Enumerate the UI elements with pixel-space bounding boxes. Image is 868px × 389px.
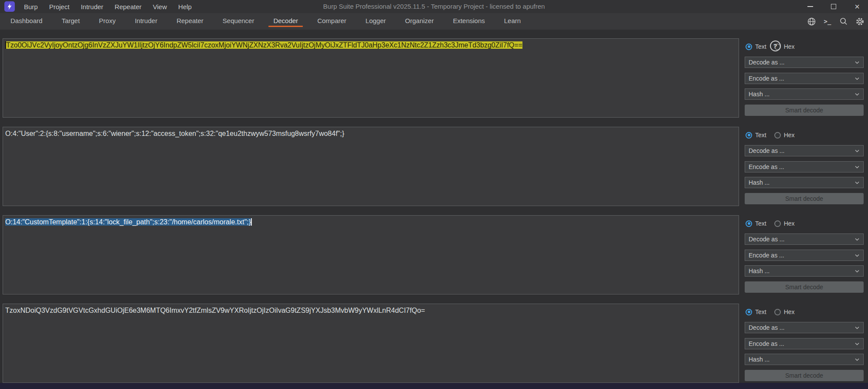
text-radio[interactable]: [746, 220, 752, 227]
menu-view[interactable]: View: [148, 3, 172, 10]
hash-dropdown[interactable]: Hash ...: [745, 354, 864, 365]
decoder-text-area[interactable]: O:14:"CustomTemplate":1:{s:14:"lock_file…: [3, 215, 739, 294]
toolbar-icons: >_: [807, 13, 865, 30]
tab-intruder[interactable]: Intruder: [125, 13, 167, 30]
tab-target[interactable]: Target: [52, 13, 89, 30]
menu-burp[interactable]: Burp: [19, 3, 43, 10]
chevron-down-icon: [854, 61, 860, 64]
text-radio-label: Text: [755, 132, 766, 139]
tab-proxy[interactable]: Proxy: [89, 13, 125, 30]
smart-decode-button[interactable]: Smart decode: [745, 281, 864, 293]
chevron-down-icon: [854, 77, 860, 81]
close-button[interactable]: ×: [851, 1, 864, 12]
text-radio[interactable]: [746, 44, 752, 50]
decode-as-dropdown[interactable]: Decode as ...: [745, 233, 864, 245]
hex-radio-label: Hex: [784, 308, 795, 315]
globe-icon[interactable]: [807, 17, 816, 26]
terminal-icon[interactable]: >_: [823, 17, 832, 26]
maximize-icon: [831, 4, 836, 9]
radio-dot: [748, 134, 750, 136]
encode-as-label: Encode as ...: [749, 163, 784, 170]
decoder-text-area[interactable]: Tzo0OiJVc2VyIjoyOntzOjg6InVzZXJuYW1lIjtz…: [3, 38, 739, 118]
encode-as-label: Encode as ...: [749, 340, 784, 347]
decoder-row: O:14:"CustomTemplate":1:{s:14:"lock_file…: [0, 215, 868, 294]
help-icon[interactable]: ?: [770, 41, 781, 51]
bottom-window-strip: [0, 383, 868, 389]
chevron-down-icon: [854, 358, 860, 362]
hash-dropdown[interactable]: Hash ...: [745, 265, 864, 277]
smart-decode-button[interactable]: Smart decode: [745, 193, 864, 204]
tab-extensions[interactable]: Extensions: [443, 13, 494, 30]
decoder-row: O:4:"User":2:{s:8:"username";s:6:"wiener…: [0, 127, 868, 206]
text-radio-label: Text: [755, 308, 766, 315]
chevron-down-icon: [854, 181, 860, 185]
tab-dashboard[interactable]: Dashboard: [1, 13, 52, 30]
chevron-down-icon: [854, 238, 860, 241]
tab-decoder[interactable]: Decoder: [264, 13, 308, 30]
close-icon: ×: [854, 2, 860, 11]
decoder-controls: Text Hex Decode as ... Encode as ... Has…: [745, 215, 864, 294]
chevron-down-icon: [854, 166, 860, 169]
hex-radio[interactable]: [774, 309, 781, 315]
text-caret: [251, 218, 252, 226]
decoder-text-area[interactable]: TzoxNDoiQ3VzdG9tVGVtcGxhdGUiOjE6e3M6MTQ6…: [3, 304, 739, 383]
text-radio[interactable]: [746, 132, 752, 139]
tab-logger[interactable]: Logger: [356, 13, 396, 30]
menu-project[interactable]: Project: [44, 3, 75, 10]
encode-as-dropdown[interactable]: Encode as ...: [745, 73, 864, 84]
chevron-down-icon: [854, 270, 860, 273]
settings-gear-icon[interactable]: [855, 17, 865, 26]
tab-organizer[interactable]: Organizer: [396, 13, 444, 30]
decoder-text-area[interactable]: O:4:"User":2:{s:8:"username";s:6:"wiener…: [3, 127, 739, 206]
mode-radio-group: Text Hex ?: [746, 42, 803, 51]
minimize-button[interactable]: [804, 1, 817, 12]
decode-as-dropdown[interactable]: Decode as ...: [745, 322, 864, 333]
tab-sequencer[interactable]: Sequencer: [213, 13, 264, 30]
mode-radio-group: Text Hex: [746, 308, 803, 316]
decoder-text: O:4:"User":2:{s:8:"username";s:6:"wiener…: [5, 130, 344, 137]
text-radio-label: Text: [755, 220, 766, 227]
decoder-row: TzoxNDoiQ3VzdG9tVGVtcGxhdGUiOjE6e3M6MTQ6…: [0, 304, 868, 383]
encode-as-dropdown[interactable]: Encode as ...: [745, 161, 864, 173]
smart-decode-button[interactable]: Smart decode: [745, 105, 864, 116]
search-icon[interactable]: [839, 17, 848, 26]
hash-label: Hash ...: [749, 179, 770, 186]
menu-bar: Burp Project Intruder Repeater View Help: [19, 0, 197, 13]
encode-as-dropdown[interactable]: Encode as ...: [745, 338, 864, 349]
smart-decode-button[interactable]: Smart decode: [745, 370, 864, 381]
maximize-button[interactable]: [827, 1, 840, 12]
hex-radio[interactable]: [774, 220, 781, 227]
menu-repeater[interactable]: Repeater: [110, 3, 146, 10]
decoder-controls: Text Hex Decode as ... Encode as ... Has…: [745, 304, 864, 383]
hash-label: Hash ...: [749, 356, 770, 363]
decode-as-dropdown[interactable]: Decode as ...: [745, 57, 864, 68]
menu-help[interactable]: Help: [173, 3, 197, 10]
hex-radio-label: Hex: [784, 43, 795, 50]
hash-label: Hash ...: [749, 91, 770, 98]
hex-radio-label: Hex: [784, 132, 795, 139]
chevron-down-icon: [854, 254, 860, 257]
decode-as-dropdown[interactable]: Decode as ...: [745, 145, 864, 156]
tabs: Dashboard Target Proxy Intruder Repeater…: [1, 13, 530, 30]
decoder-text: TzoxNDoiQ3VzdG9tVGVtcGxhdGUiOjE6e3M6MTQ6…: [5, 307, 425, 314]
text-radio[interactable]: [746, 309, 752, 315]
window-buttons: ×: [804, 0, 864, 13]
encode-as-label: Encode as ...: [749, 75, 784, 82]
chevron-down-icon: [854, 342, 860, 346]
decoder-text: Tzo0OiJVc2VyIjoyOntzOjg6InVzZXJuYW1lIjtz…: [6, 41, 522, 49]
title-bar: Burp Project Intruder Repeater View Help…: [0, 0, 868, 13]
tab-learn[interactable]: Learn: [495, 13, 530, 30]
menu-intruder[interactable]: Intruder: [76, 3, 108, 10]
main-tab-bar: Dashboard Target Proxy Intruder Repeater…: [0, 13, 868, 30]
tab-repeater[interactable]: Repeater: [167, 13, 213, 30]
hex-radio[interactable]: [774, 132, 781, 139]
hash-dropdown[interactable]: Hash ...: [745, 177, 864, 188]
decode-as-label: Decode as ...: [749, 147, 785, 154]
radio-dot: [748, 45, 750, 48]
hash-dropdown[interactable]: Hash ...: [745, 88, 864, 100]
encode-as-dropdown[interactable]: Encode as ...: [745, 250, 864, 261]
tab-comparer[interactable]: Comparer: [308, 13, 356, 30]
decode-as-label: Decode as ...: [749, 324, 785, 331]
chevron-down-icon: [854, 149, 860, 153]
hex-radio-label: Hex: [784, 220, 795, 227]
